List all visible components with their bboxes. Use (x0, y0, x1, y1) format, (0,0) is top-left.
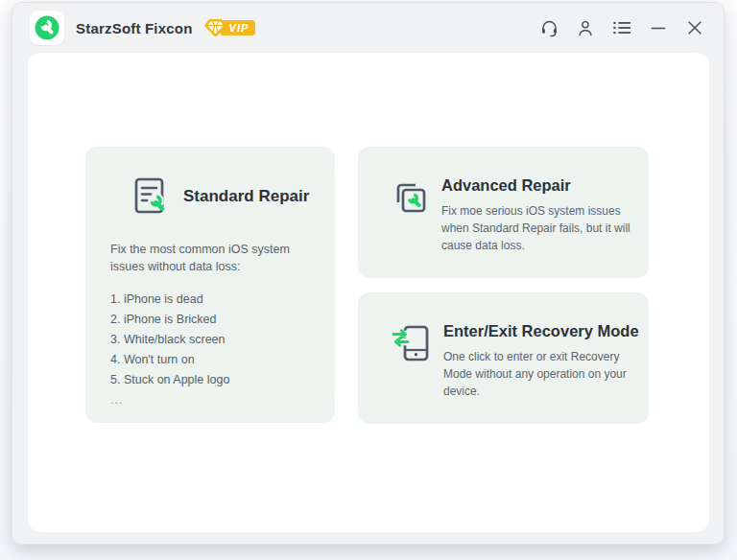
list-item: 1. iPhone is dead (110, 290, 310, 310)
list-item: 5. Stuck on Apple logo (110, 370, 310, 390)
minimize-icon[interactable] (647, 16, 670, 39)
standard-repair-description: Fix the most common iOS system issues wi… (110, 241, 310, 275)
recovery-mode-description: One click to enter or exit Recovery Mode… (443, 348, 631, 400)
advanced-repair-card[interactable]: Advanced Repair Fix moe serious iOS syst… (358, 147, 649, 278)
recovery-mode-title: Enter/Exit Recovery Mode (443, 322, 639, 340)
app-title: StarzSoft Fixcon (76, 20, 193, 36)
recovery-mode-card[interactable]: Enter/Exit Recovery Mode One click to en… (358, 292, 649, 424)
advanced-repair-description: Fix moe serious iOS system issues when S… (441, 202, 631, 254)
title-bar: StarzSoft Fixcon VIP (12, 3, 724, 53)
app-logo (30, 11, 64, 45)
vip-gem-icon (204, 18, 226, 37)
standard-repair-issue-list: 1. iPhone is dead 2. iPhone is Bricked 3… (110, 290, 310, 410)
main-panel: Standard Repair Fix the most common iOS … (28, 53, 709, 532)
list-item: 3. White/black screen (110, 330, 310, 350)
user-account-icon[interactable] (574, 16, 597, 39)
app-window: StarzSoft Fixcon VIP (12, 2, 725, 545)
list-item: 4. Won't turn on (110, 350, 310, 370)
titlebar-actions (537, 16, 706, 39)
support-headset-icon[interactable] (537, 16, 560, 39)
list-item: 2. iPhone is Bricked (110, 310, 310, 330)
standard-repair-document-wrench-icon (130, 175, 170, 218)
standard-repair-card[interactable]: Standard Repair Fix the most common iOS … (85, 147, 335, 423)
logo-wrench-icon (33, 13, 61, 42)
advanced-repair-screens-wrench-icon (391, 178, 429, 217)
standard-repair-title: Standard Repair (183, 187, 309, 206)
advanced-repair-title: Advanced Repair (441, 176, 631, 195)
menu-icon[interactable] (610, 16, 633, 39)
close-icon[interactable] (683, 16, 706, 39)
vip-badge[interactable]: VIP (204, 18, 256, 37)
recovery-mode-phone-arrows-icon (391, 324, 431, 362)
list-ellipsis: ... (110, 390, 310, 410)
